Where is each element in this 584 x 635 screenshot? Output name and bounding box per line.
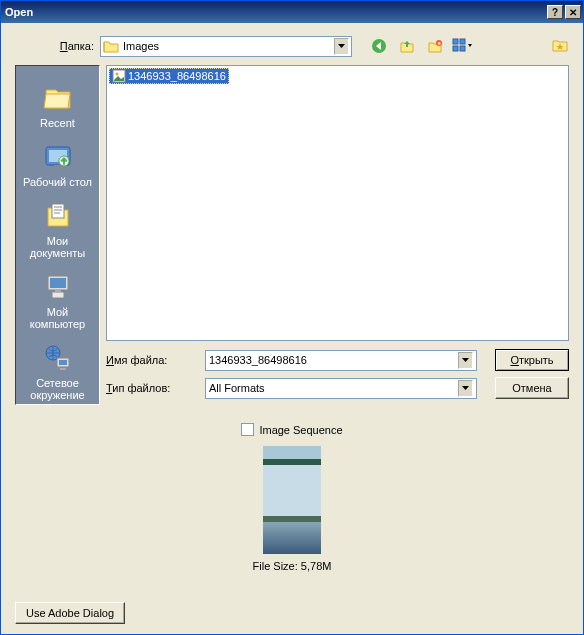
main-row: Recent Рабочий стол Мои документы (15, 65, 569, 405)
filename-label: Имя файла: (106, 354, 205, 366)
svg-rect-5 (453, 46, 458, 51)
folder-label: Папка: (15, 40, 100, 52)
sidebar-label: Рабочий стол (23, 176, 92, 188)
file-item[interactable]: 1346933_86498616 (109, 68, 229, 84)
new-folder-icon[interactable]: ★ (424, 35, 446, 57)
window-title: Open (5, 6, 545, 18)
svg-rect-15 (55, 290, 61, 292)
file-name: 1346933_86498616 (128, 70, 226, 82)
image-sequence-row: Image Sequence (241, 423, 342, 436)
filetype-value: All Formats (209, 382, 265, 394)
dropdown-icon[interactable] (458, 380, 473, 397)
sidebar-item-recent[interactable]: Recent (16, 76, 99, 135)
image-file-icon (112, 69, 126, 83)
preview-thumbnail (263, 446, 321, 554)
folder-row: Папка: Images ★ (15, 35, 569, 57)
adobe-dialog-button[interactable]: Use Adobe Dialog (15, 602, 125, 624)
sidebar-label: Recent (40, 117, 75, 129)
svg-rect-3 (453, 39, 458, 44)
sidebar-label: Мой компьютер (30, 306, 85, 330)
sidebar-label: Мои документы (30, 235, 86, 259)
sidebar-label: Сетевое окружение (30, 377, 84, 401)
folder-icon (103, 39, 119, 53)
folder-dropdown-icon[interactable] (334, 38, 349, 55)
open-dialog: Open ? ✕ Папка: Images (0, 0, 584, 635)
filetype-label: Тип файлов: (106, 382, 205, 394)
preview-section: Image Sequence File Size: 5,78M (15, 423, 569, 572)
up-folder-icon[interactable] (396, 35, 418, 57)
titlebar: Open ? ✕ (1, 1, 583, 23)
toolbar: ★ (368, 35, 474, 57)
back-icon[interactable] (368, 35, 390, 57)
dropdown-icon[interactable] (458, 352, 473, 369)
filetype-select[interactable]: All Formats (205, 378, 477, 399)
svg-rect-6 (460, 46, 465, 51)
image-sequence-checkbox[interactable] (241, 423, 254, 436)
favorites-folder-icon[interactable] (551, 37, 569, 55)
svg-point-21 (116, 73, 119, 76)
footer: Use Adobe Dialog (15, 602, 125, 624)
network-icon (42, 342, 74, 374)
filesize-label: File Size: 5,78M (253, 560, 332, 572)
svg-rect-19 (60, 368, 66, 370)
documents-icon (42, 200, 74, 232)
image-sequence-label: Image Sequence (259, 424, 342, 436)
filename-value: 1346933_86498616 (209, 354, 307, 366)
help-button[interactable]: ? (547, 5, 563, 19)
dialog-body: Папка: Images ★ (1, 23, 583, 634)
filename-input[interactable]: 1346933_86498616 (205, 350, 477, 371)
controls: Имя файла: 1346933_86498616 Открыть Тип … (106, 349, 569, 405)
folder-select[interactable]: Images (100, 36, 352, 57)
svg-rect-14 (52, 292, 64, 298)
close-button[interactable]: ✕ (565, 5, 581, 19)
computer-icon (42, 271, 74, 303)
file-list[interactable]: 1346933_86498616 (106, 65, 569, 341)
places-sidebar: Recent Рабочий стол Мои документы (15, 65, 100, 405)
open-button[interactable]: Открыть (495, 349, 569, 371)
cancel-button[interactable]: Отмена (495, 377, 569, 399)
sidebar-item-desktop[interactable]: Рабочий стол (16, 135, 99, 194)
view-menu-icon[interactable] (452, 35, 474, 57)
svg-rect-4 (460, 39, 465, 44)
sidebar-item-network[interactable]: Сетевое окружение (16, 336, 99, 407)
sidebar-item-documents[interactable]: Мои документы (16, 194, 99, 265)
filename-row: Имя файла: 1346933_86498616 Открыть (106, 349, 569, 371)
filetype-row: Тип файлов: All Formats Отмена (106, 377, 569, 399)
folder-name: Images (123, 40, 334, 52)
sidebar-item-computer[interactable]: Мой компьютер (16, 265, 99, 336)
recent-icon (42, 82, 74, 114)
desktop-icon (42, 141, 74, 173)
svg-rect-11 (52, 204, 64, 218)
svg-rect-13 (50, 278, 66, 288)
svg-rect-18 (59, 360, 67, 365)
